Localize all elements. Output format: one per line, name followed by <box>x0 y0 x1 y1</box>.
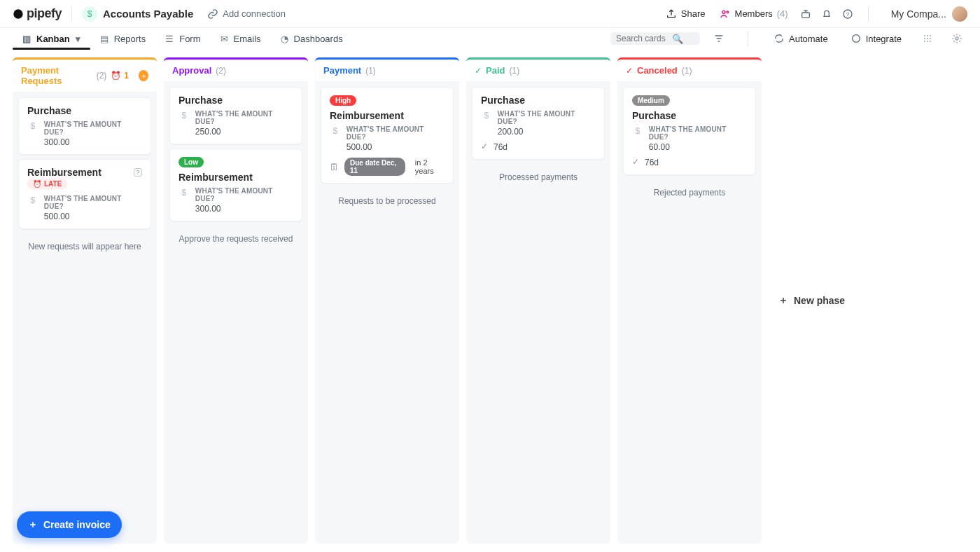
check-icon: ✓ <box>626 66 633 76</box>
currency-icon: $ <box>27 120 38 132</box>
pipe-icon: $ <box>82 6 97 22</box>
card-title: Purchase <box>27 105 142 116</box>
tab-kanban[interactable]: ▥ Kanban ▾ <box>13 28 90 49</box>
amount-label: WHAT'S THE AMOUNT DUE? <box>44 195 142 210</box>
column-payment-requests: Payment Requests (2) ⏰ 1 ＋ Purchase $ WH… <box>13 57 157 544</box>
column-canceled: ✓ Canceled (1) Medium Purchase $ WHAT'S … <box>617 57 762 544</box>
card[interactable]: Purchase $ WHAT'S THE AMOUNT DUE? 200.00… <box>472 87 605 160</box>
currency-icon: $ <box>632 125 643 137</box>
card-title: Purchase <box>632 110 747 121</box>
members-count: (4) <box>777 8 788 19</box>
form-icon: ☰ <box>165 34 174 44</box>
card[interactable]: Purchase $ WHAT'S THE AMOUNT DUE? 300.00 <box>18 97 151 155</box>
svg-point-7 <box>924 35 925 36</box>
settings-button[interactable] <box>948 29 966 48</box>
integrate-button[interactable]: Integrate <box>850 33 902 44</box>
column-header[interactable]: Payment (1) <box>315 57 459 81</box>
search-input[interactable] <box>616 34 672 43</box>
mail-icon: ✉ <box>220 34 228 44</box>
svg-point-6 <box>852 35 860 43</box>
view-tabs: ▥ Kanban ▾ ▤ Reports ☰ Form ✉ Emails ◔ D… <box>0 28 980 49</box>
svg-point-8 <box>927 35 928 36</box>
plus-icon: ＋ <box>28 518 38 531</box>
amount-value: 500.00 <box>44 212 142 221</box>
svg-point-9 <box>930 35 931 36</box>
alarm-icon: ⏰ <box>33 180 41 188</box>
tab-form[interactable]: ☰ Form <box>155 28 210 49</box>
pipe-title: Accounts Payable <box>103 8 193 20</box>
card[interactable]: Low Reimbursement $ WHAT'S THE AMOUNT DU… <box>169 149 302 221</box>
automate-icon <box>774 33 785 44</box>
pipefy-logo[interactable]: pipefy <box>13 6 62 21</box>
search-cards[interactable]: 🔍 <box>610 32 700 45</box>
svg-point-15 <box>930 41 931 42</box>
column-header[interactable]: ✓ Paid (1) <box>466 57 610 81</box>
amount-value: 300.00 <box>195 204 293 214</box>
column-count: (1) <box>365 66 376 76</box>
svg-rect-3 <box>802 13 809 18</box>
quick-add-card[interactable]: ＋ <box>139 70 148 81</box>
search-icon[interactable]: 🔍 <box>672 34 683 44</box>
card-title: Purchase <box>481 95 596 106</box>
unknown-indicator[interactable]: ? <box>134 168 142 177</box>
apps-button[interactable] <box>918 29 937 48</box>
amount-value: 250.00 <box>195 127 293 137</box>
card-age: 76d <box>493 142 507 152</box>
column-payment: Payment (1) High Reimbursement $ WHAT'S … <box>315 57 459 544</box>
gear-icon <box>951 33 962 44</box>
column-header[interactable]: ✓ Canceled (1) <box>617 57 762 81</box>
gift-icon <box>800 8 811 20</box>
card-age: 76d <box>645 158 659 167</box>
new-phase-button[interactable]: ＋ New phase <box>769 57 855 544</box>
chevron-down-icon[interactable]: ▾ <box>76 34 80 44</box>
filter-button[interactable] <box>710 29 728 48</box>
tab-reports[interactable]: ▤ Reports <box>90 28 156 49</box>
card[interactable]: Medium Purchase $ WHAT'S THE AMOUNT DUE?… <box>623 87 756 175</box>
create-invoice-button[interactable]: ＋ Create invoice <box>17 511 122 538</box>
add-connection-button[interactable]: Add connection <box>207 8 286 20</box>
column-footer: Approve the requests received <box>169 234 302 244</box>
late-indicator[interactable]: ⏰ 1 <box>111 71 129 81</box>
help-icon: ? <box>842 8 853 20</box>
share-icon <box>666 8 677 20</box>
company-switcher[interactable]: My Compa... <box>891 8 946 20</box>
svg-point-2 <box>727 11 729 13</box>
tab-emails[interactable]: ✉ Emails <box>211 28 271 49</box>
check-icon: ✓ <box>632 157 639 167</box>
column-title: Canceled <box>637 65 678 76</box>
automate-button[interactable]: Automate <box>774 33 828 44</box>
notifications-button[interactable] <box>818 5 836 23</box>
card[interactable]: Reimbursement ? ⏰ LATE $ WHAT'S THE AMOU… <box>18 159 151 229</box>
calendar-icon: 🗓 <box>330 162 339 172</box>
column-footer: Processed payments <box>472 172 605 182</box>
kanban-icon: ▥ <box>22 34 31 44</box>
column-header[interactable]: Payment Requests (2) ⏰ 1 ＋ <box>13 57 157 92</box>
alarm-icon: ⏰ <box>111 71 121 81</box>
svg-point-12 <box>930 38 931 39</box>
column-title: Approval <box>172 65 211 76</box>
filter-icon <box>713 33 724 44</box>
amount-value: 300.00 <box>44 137 142 147</box>
help-button[interactable]: ? <box>839 5 857 23</box>
members-button[interactable]: Members (4) <box>720 8 788 20</box>
dashboard-icon: ◔ <box>281 34 288 44</box>
tab-dashboards[interactable]: ◔ Dashboards <box>271 28 353 49</box>
grid-icon <box>922 33 933 44</box>
priority-badge-medium: Medium <box>632 95 670 106</box>
column-footer: New requests will appear here <box>18 242 151 251</box>
amount-label: WHAT'S THE AMOUNT DUE? <box>346 125 444 141</box>
column-header[interactable]: Approval (2) <box>164 57 308 81</box>
amount-label: WHAT'S THE AMOUNT DUE? <box>44 120 142 136</box>
card[interactable]: High Reimbursement $ WHAT'S THE AMOUNT D… <box>321 87 454 184</box>
due-relative: in 2 years <box>415 158 444 175</box>
svg-point-1 <box>722 11 725 13</box>
avatar[interactable] <box>952 6 967 22</box>
whats-new-button[interactable] <box>797 5 815 23</box>
integrate-icon <box>850 33 862 44</box>
currency-icon: $ <box>27 195 38 206</box>
check-icon: ✓ <box>481 142 488 151</box>
share-button[interactable]: Share <box>666 8 706 20</box>
svg-point-14 <box>927 41 928 42</box>
card[interactable]: Purchase $ WHAT'S THE AMOUNT DUE? 250.00 <box>169 87 302 144</box>
amount-value: 200.00 <box>498 127 596 137</box>
